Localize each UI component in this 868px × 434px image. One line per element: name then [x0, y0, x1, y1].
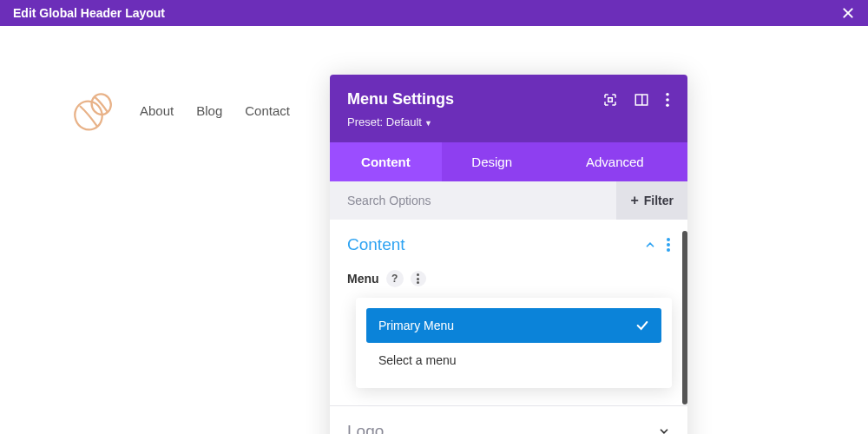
preset-label: Preset: Default	[347, 115, 422, 128]
section-content: Content	[330, 220, 687, 266]
nav-link-contact[interactable]: Contact	[245, 103, 290, 118]
settings-panel: Menu Settings Preset: Default▼	[330, 75, 687, 434]
menu-field: Menu ? Primary Menu Select a menu	[330, 266, 687, 405]
chevron-up-icon[interactable]	[644, 239, 656, 251]
tab-design[interactable]: Design	[442, 142, 542, 181]
more-icon[interactable]	[665, 92, 670, 108]
check-icon	[635, 319, 649, 332]
nav-link-blog[interactable]: Blog	[196, 103, 222, 118]
nav-links: About Blog Contact	[140, 103, 290, 118]
section-logo[interactable]: Logo	[330, 406, 687, 434]
menu-dropdown: Primary Menu Select a menu	[356, 298, 672, 388]
site-logo-icon	[69, 87, 117, 135]
nav-link-about[interactable]: About	[140, 103, 174, 118]
scrollbar[interactable]	[682, 231, 687, 404]
tabs: Content Design Advanced	[330, 142, 687, 181]
filter-button[interactable]: + Filter	[616, 181, 687, 220]
plus-icon: +	[630, 193, 638, 208]
search-input[interactable]: Search Options	[347, 194, 431, 207]
section-more-icon[interactable]	[667, 238, 670, 252]
field-label-menu: Menu	[347, 272, 379, 286]
svg-rect-4	[608, 97, 613, 102]
top-bar: Edit Global Header Layout	[0, 0, 868, 26]
svg-point-9	[666, 103, 669, 107]
preset-selector[interactable]: Preset: Default▼	[347, 115, 670, 128]
tab-content[interactable]: Content	[330, 142, 442, 181]
dropdown-option-primary[interactable]: Primary Menu	[366, 308, 661, 343]
layout-icon[interactable]	[634, 92, 649, 108]
tab-advanced[interactable]: Advanced	[542, 142, 687, 181]
top-bar-title: Edit Global Header Layout	[13, 6, 165, 20]
svg-point-8	[666, 98, 669, 102]
svg-point-7	[666, 92, 669, 95]
expand-icon[interactable]	[602, 92, 618, 108]
chevron-down-icon	[658, 425, 670, 434]
dropdown-option-select[interactable]: Select a menu	[366, 343, 661, 378]
panel-title: Menu Settings	[347, 90, 454, 108]
page-canvas: About Blog Contact Menu Settings	[0, 26, 868, 135]
search-bar: Search Options + Filter	[330, 181, 687, 220]
section-content-title: Content	[347, 235, 405, 254]
dropdown-option-label: Primary Menu	[378, 319, 454, 332]
caret-down-icon: ▼	[424, 119, 432, 128]
field-more-icon[interactable]	[411, 271, 426, 286]
help-icon[interactable]: ?	[386, 270, 404, 287]
dropdown-option-label: Select a menu	[378, 353, 457, 367]
section-logo-title: Logo	[347, 422, 384, 434]
filter-label: Filter	[644, 194, 674, 207]
panel-header: Menu Settings Preset: Default▼	[330, 75, 687, 142]
close-icon[interactable]	[841, 6, 855, 20]
